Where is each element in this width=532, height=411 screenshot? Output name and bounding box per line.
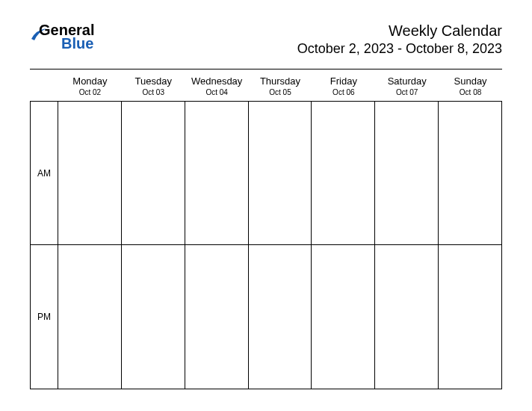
cell-pm-monday: [58, 245, 122, 389]
row-label-pm: PM: [30, 245, 58, 389]
spacer: [30, 75, 58, 88]
day-header-thursday: Thursday: [249, 75, 312, 88]
day-date-wednesday: Oct 04: [185, 88, 249, 101]
day-date-sunday: Oct 08: [439, 88, 502, 101]
date-range: October 2, 2023 - October 8, 2023: [297, 41, 502, 57]
row-label-am: AM: [30, 101, 58, 245]
day-date-monday: Oct 02: [58, 88, 122, 101]
logo: General Blue: [30, 22, 85, 52]
day-header-tuesday: Tuesday: [122, 75, 185, 88]
day-header-friday: Friday: [312, 75, 375, 88]
title-block: Weekly Calendar October 2, 2023 - Octobe…: [297, 22, 502, 57]
day-header-wednesday: Wednesday: [185, 75, 249, 88]
cell-am-wednesday: [185, 101, 249, 245]
day-header-saturday: Saturday: [375, 75, 439, 88]
logo-text-blue: Blue: [61, 36, 117, 51]
day-date-friday: Oct 06: [312, 88, 375, 101]
day-header-sunday: Sunday: [439, 75, 502, 88]
spacer: [30, 88, 58, 101]
cell-am-tuesday: [122, 101, 185, 245]
calendar-grid: Monday Tuesday Wednesday Thursday Friday…: [30, 75, 502, 389]
day-date-tuesday: Oct 03: [122, 88, 185, 101]
day-date-saturday: Oct 07: [375, 88, 439, 101]
cell-am-saturday: [375, 101, 439, 245]
document-header: General Blue Weekly Calendar October 2, …: [30, 22, 502, 57]
cell-am-friday: [312, 101, 375, 245]
cell-pm-tuesday: [122, 245, 185, 389]
cell-pm-wednesday: [185, 245, 249, 389]
day-header-monday: Monday: [58, 75, 122, 88]
cell-am-sunday: [439, 101, 502, 245]
cell-pm-sunday: [439, 245, 502, 389]
cell-pm-friday: [312, 245, 375, 389]
cell-am-monday: [58, 101, 122, 245]
day-date-thursday: Oct 05: [249, 88, 312, 101]
header-divider: [30, 69, 502, 69]
page-title: Weekly Calendar: [297, 22, 502, 40]
cell-am-thursday: [249, 101, 312, 245]
cell-pm-thursday: [249, 245, 312, 389]
cell-pm-saturday: [375, 245, 439, 389]
